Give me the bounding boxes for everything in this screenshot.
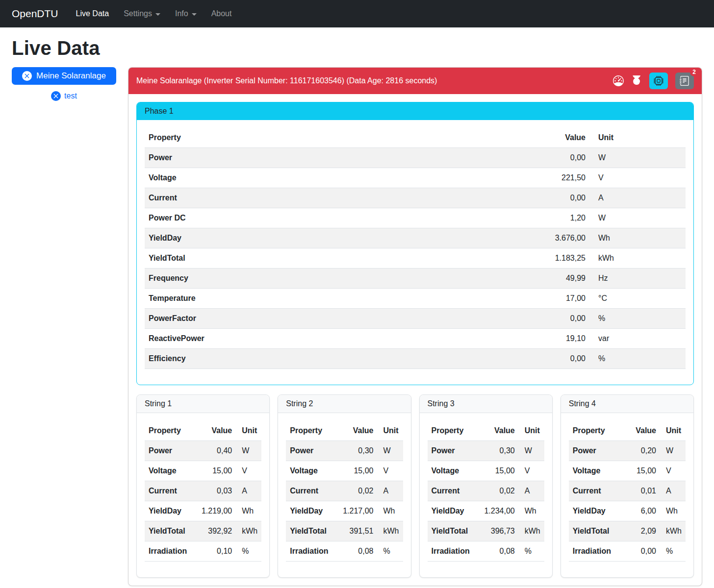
- unit-cell: W: [660, 441, 686, 461]
- table-row: Irradiation0,10%: [145, 541, 261, 562]
- unit-cell: Wh: [660, 501, 686, 521]
- value-column-header: Value: [622, 421, 660, 441]
- x-circle-icon: [22, 71, 32, 81]
- value-cell: 0,20: [622, 441, 660, 461]
- property-cell: YieldDay: [145, 501, 198, 521]
- string-4-card-body: Property Value Unit Power0,20WVoltage15,…: [561, 413, 693, 577]
- property-cell: YieldDay: [569, 501, 622, 521]
- value-cell: 1,20: [521, 208, 589, 228]
- table-row: Efficiency0,00%: [145, 349, 686, 369]
- property-column-header: Property: [428, 421, 481, 441]
- property-cell: Power: [286, 441, 339, 461]
- unit-cell: A: [236, 481, 261, 501]
- inverter-card-header: Meine Solaranlage (Inverter Serial Numbe…: [128, 68, 702, 94]
- string-4-card-header: String 4: [561, 395, 693, 413]
- nav-item-label: Info: [175, 9, 188, 18]
- property-cell: Current: [286, 481, 339, 501]
- property-column-header: Property: [145, 128, 521, 148]
- value-cell: 0,00: [622, 541, 660, 562]
- table-row: Voltage15,00V: [145, 461, 261, 481]
- inverter-select-button[interactable]: Meine Solaranlage: [12, 67, 116, 85]
- unit-cell: W: [236, 441, 261, 461]
- value-cell: 1.183,25: [521, 248, 589, 269]
- property-cell: Power: [569, 441, 622, 461]
- value-cell: 15,00: [622, 461, 660, 481]
- string-cards-row: String 1 Property Value Unit: [136, 394, 694, 578]
- string-2-card-header: String 2: [278, 395, 410, 413]
- property-column-header: Property: [145, 421, 198, 441]
- unit-cell: kWh: [519, 521, 544, 541]
- property-cell: Power: [145, 148, 521, 168]
- string-3-card-header: String 3: [420, 395, 552, 413]
- nav-item-live-data[interactable]: Live Data: [72, 5, 113, 22]
- property-cell: YieldDay: [286, 501, 339, 521]
- value-cell: 49,99: [521, 269, 589, 289]
- property-cell: YieldDay: [145, 228, 521, 248]
- unit-cell: %: [660, 541, 686, 562]
- value-cell: 0,00: [521, 188, 589, 208]
- unit-cell: Wh: [378, 501, 403, 521]
- unit-cell: %: [519, 541, 544, 562]
- unit-cell: kWh: [236, 521, 261, 541]
- property-cell: Frequency: [145, 269, 521, 289]
- value-cell: 0,00: [521, 349, 589, 369]
- string-1-card-body: Property Value Unit Power0,40WVoltage15,…: [137, 413, 269, 577]
- inverter-card-body: Phase 1 Property Value Unit Power0,00WVo…: [128, 94, 702, 586]
- property-cell: Current: [428, 481, 481, 501]
- unit-cell: V: [378, 461, 403, 481]
- brand-logo[interactable]: OpenDTU: [12, 8, 58, 20]
- nav-item-label: Live Data: [76, 9, 109, 18]
- string-3-card: String 3 Property Value Unit: [419, 394, 553, 578]
- property-cell: YieldTotal: [145, 248, 521, 269]
- main-content: Meine Solaranlage (Inverter Serial Numbe…: [128, 67, 702, 586]
- limit-settings-button[interactable]: [613, 75, 624, 86]
- unit-cell: W: [378, 441, 403, 461]
- table-row: YieldDay3.676,00Wh: [145, 228, 686, 248]
- property-cell: Voltage: [145, 168, 521, 188]
- value-cell: 0,02: [480, 481, 518, 501]
- property-cell: YieldTotal: [428, 521, 481, 541]
- property-cell: YieldTotal: [286, 521, 339, 541]
- property-cell: Irradiation: [428, 541, 481, 562]
- device-info-button[interactable]: [649, 73, 668, 89]
- phase-1-card: Phase 1 Property Value Unit Power0,00WVo…: [136, 102, 694, 385]
- nav-item-settings[interactable]: Settings: [120, 5, 164, 22]
- property-cell: Current: [145, 188, 521, 208]
- table-row: ReactivePower19,10var: [145, 329, 686, 349]
- power-button[interactable]: [631, 75, 642, 86]
- value-cell: 1.234,00: [480, 501, 518, 521]
- value-cell: 1.219,00: [198, 501, 236, 521]
- value-cell: 0,40: [198, 441, 236, 461]
- value-cell: 392,92: [198, 521, 236, 541]
- power-icon: [631, 75, 642, 86]
- property-cell: Temperature: [145, 289, 521, 309]
- nav-item-about[interactable]: About: [207, 5, 236, 22]
- nav-item-info[interactable]: Info: [171, 5, 201, 22]
- inverter-item-test[interactable]: test: [12, 91, 116, 101]
- unit-cell: %: [589, 309, 686, 329]
- table-row: YieldTotal392,92kWh: [145, 521, 261, 541]
- property-cell: Power DC: [145, 208, 521, 228]
- value-cell: 2,09: [622, 521, 660, 541]
- unit-cell: V: [236, 461, 261, 481]
- unit-cell: kWh: [589, 248, 686, 269]
- property-cell: Power: [145, 441, 198, 461]
- value-cell: 0,30: [339, 441, 377, 461]
- table-row: Power0,00W: [145, 148, 686, 168]
- value-cell: 0,01: [622, 481, 660, 501]
- value-column-header: Value: [339, 421, 377, 441]
- property-cell: Current: [569, 481, 622, 501]
- unit-cell: W: [589, 208, 686, 228]
- value-cell: 0,00: [521, 309, 589, 329]
- table-row: Power DC1,20W: [145, 208, 686, 228]
- unit-cell: W: [589, 148, 686, 168]
- property-cell: PowerFactor: [145, 309, 521, 329]
- unit-cell: W: [519, 441, 544, 461]
- value-column-header: Value: [480, 421, 518, 441]
- table-row: Current0,00A: [145, 188, 686, 208]
- event-log-button[interactable]: 2: [675, 73, 694, 89]
- unit-cell: °C: [589, 289, 686, 309]
- value-cell: 1.217,00: [339, 501, 377, 521]
- top-navbar: OpenDTU Live Data Settings Info About: [0, 0, 714, 27]
- value-cell: 17,00: [521, 289, 589, 309]
